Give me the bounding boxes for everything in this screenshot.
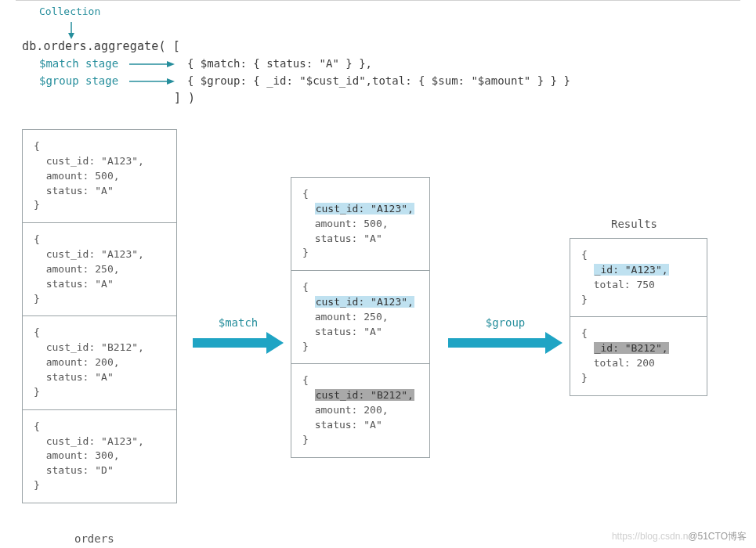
match-stage-code: { $match: { status: "A" } }, (175, 56, 372, 71)
doc-field: status: "D" (46, 464, 114, 476)
doc-field: cust_id: "A123", (46, 248, 144, 260)
arrow-right-icon (193, 332, 284, 354)
match-doc: { cust_id: "A123", amount: 500, status: … (291, 178, 429, 271)
doc-field-highlight: cust_id: "A123", (315, 203, 414, 215)
watermark-dark: @51CTO博客 (688, 531, 747, 542)
doc-field: amount: 200, (46, 356, 120, 368)
doc-field: status: "A" (46, 185, 114, 196)
match-doc: { cust_id: "B212", amount: 200, status: … (291, 364, 429, 456)
doc-field: total: 750 (594, 279, 655, 290)
code-header: Collection db.orders.aggregate( [ $match… (22, 5, 570, 106)
group-arrow-label: $group (486, 316, 526, 329)
arrow-right-icon (129, 59, 175, 69)
doc-field-highlight: _id: "A123", (594, 264, 669, 276)
doc-field: total: 200 (594, 357, 655, 369)
orders-doc: { cust_id: "A123", amount: 250, status: … (23, 223, 176, 316)
svg-marker-7 (266, 332, 284, 354)
orders-doc: { cust_id: "B212", amount: 200, status: … (23, 316, 176, 409)
orders-title: orders (74, 532, 114, 545)
doc-field: status: "A" (46, 278, 114, 290)
group-stage-label: $group stage (22, 73, 129, 88)
match-doc: { cust_id: "A123", amount: 250, status: … (291, 271, 429, 364)
orders-column: { cust_id: "A123", amount: 500, status: … (22, 129, 177, 503)
orders-doc: { cust_id: "A123", amount: 300, status: … (23, 410, 176, 503)
doc-field-highlight: _id: "B212", (594, 342, 669, 354)
svg-marker-1 (68, 33, 74, 39)
svg-marker-5 (167, 78, 175, 85)
match-arrow: $match (193, 316, 284, 354)
doc-field: amount: 200, (315, 404, 389, 416)
aggregate-open: db.orders.aggregate( [ (22, 38, 570, 56)
group-stage-code: { $group: { _id: "$cust_id",total: { $su… (175, 73, 570, 88)
doc-field: amount: 500, (46, 170, 120, 182)
arrow-right-icon (129, 77, 175, 86)
top-rule (16, 0, 740, 1)
doc-field-highlight: cust_id: "B212", (315, 389, 414, 401)
aggregate-close: ] ) (22, 90, 570, 107)
doc-field: amount: 500, (315, 218, 389, 229)
group-arrow: $group (448, 316, 562, 354)
results-doc: { _id: "B212", total: 200 } (570, 317, 707, 395)
doc-field: cust_id: "A123", (46, 435, 144, 447)
doc-field: status: "A" (315, 326, 382, 337)
svg-marker-3 (167, 61, 175, 67)
results-column: { _id: "A123", total: 750 } { _id: "B212… (570, 238, 707, 396)
doc-field: amount: 300, (46, 449, 120, 461)
arrow-right-icon (448, 332, 562, 354)
doc-field: status: "A" (315, 233, 382, 244)
match-stage-row: $match stage { $match: { status: "A" } }… (22, 56, 570, 73)
match-stage-label: $match stage (22, 56, 129, 71)
doc-field: amount: 250, (46, 263, 120, 275)
svg-marker-9 (545, 332, 562, 354)
watermark-light: https://blog.csdn.n (612, 531, 688, 542)
results-doc: { _id: "A123", total: 750 } (570, 239, 707, 317)
svg-rect-8 (448, 338, 545, 348)
doc-field: cust_id: "A123", (46, 155, 144, 167)
results-title: Results (611, 218, 657, 230)
arrow-down-icon (66, 22, 77, 39)
match-output-column: { cust_id: "A123", amount: 500, status: … (291, 177, 430, 458)
doc-field: cust_id: "B212", (46, 341, 144, 353)
collection-label: Collection (39, 5, 570, 20)
match-arrow-label: $match (219, 316, 259, 329)
group-stage-row: $group stage { $group: { _id: "$cust_id"… (22, 73, 570, 90)
doc-field: status: "A" (46, 371, 114, 383)
svg-rect-6 (193, 338, 266, 348)
doc-field-highlight: cust_id: "A123", (315, 296, 414, 308)
orders-doc: { cust_id: "A123", amount: 500, status: … (23, 130, 176, 223)
doc-field: status: "A" (315, 419, 382, 431)
doc-field: amount: 250, (315, 311, 389, 323)
watermark: https://blog.csdn.n@51CTO博客 (612, 530, 747, 543)
